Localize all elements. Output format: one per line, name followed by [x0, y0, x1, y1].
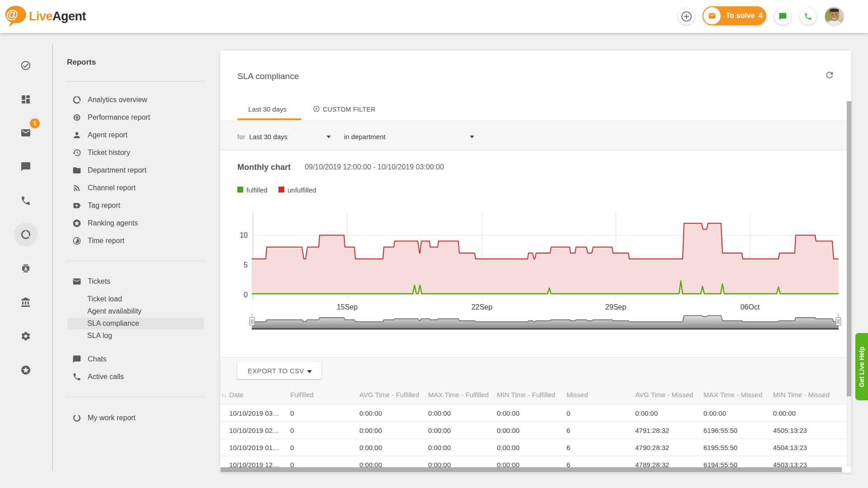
svg-text:4791:28:32: 4791:28:32	[635, 427, 669, 434]
svg-text:Date: Date	[229, 391, 244, 399]
svg-text:6195:55:50: 6195:55:50	[703, 444, 737, 451]
svg-text:0:00:00: 0:00:00	[359, 444, 382, 451]
svg-text:6: 6	[566, 427, 570, 434]
svg-text:5: 5	[244, 261, 248, 269]
svg-text:0:00:00: 0:00:00	[359, 427, 382, 434]
svg-text:0:00:00: 0:00:00	[497, 444, 519, 451]
svg-text:0: 0	[244, 291, 248, 299]
svg-text:4790:28:32: 4790:28:32	[635, 444, 669, 451]
svg-text:06Oct: 06Oct	[741, 303, 760, 311]
svg-text:0:00:00: 0:00:00	[428, 444, 451, 451]
svg-text:AVG Time - Missed: AVG Time - Missed	[635, 391, 693, 399]
svg-text:6196:55:50: 6196:55:50	[703, 427, 737, 434]
svg-text:10/10/2019 03…: 10/10/2019 03…	[229, 409, 279, 417]
svg-text:Missed: Missed	[566, 391, 588, 399]
svg-text:MAX Time - Missed: MAX Time - Missed	[703, 391, 762, 399]
svg-text:0:00:00: 0:00:00	[773, 409, 796, 417]
svg-text:10: 10	[240, 231, 248, 239]
svg-text:4504:13:23: 4504:13:23	[773, 444, 807, 451]
svg-text:10/10/2019 01…: 10/10/2019 01…	[229, 444, 279, 451]
svg-text:6: 6	[566, 444, 570, 451]
svg-text:MAX Time - Fulfilled: MAX Time - Fulfilled	[428, 391, 489, 399]
svg-text:4505:13:23: 4505:13:23	[773, 427, 807, 434]
svg-text:MIN Time - Fulfilled: MIN Time - Fulfilled	[497, 391, 555, 399]
svg-text:0:00:00: 0:00:00	[497, 427, 519, 434]
svg-text:Fulfilled: Fulfilled	[290, 391, 314, 399]
svg-text:0:00:00: 0:00:00	[703, 409, 726, 417]
svg-text:0:00:00: 0:00:00	[497, 409, 519, 417]
svg-text:0:00:00: 0:00:00	[635, 409, 658, 417]
svg-text:MIN Time - Missed: MIN Time - Missed	[773, 391, 830, 399]
svg-text:22Sep: 22Sep	[472, 303, 492, 311]
svg-text:0: 0	[290, 409, 294, 417]
svg-text:29Sep: 29Sep	[605, 303, 626, 311]
svg-text:15Sep: 15Sep	[337, 303, 358, 311]
svg-text:0:00:00: 0:00:00	[428, 427, 451, 434]
svg-text:0: 0	[290, 444, 294, 451]
svg-text:0:00:00: 0:00:00	[428, 409, 451, 417]
svg-text:0: 0	[566, 409, 570, 417]
svg-text:10/10/2019 02…: 10/10/2019 02…	[229, 427, 279, 434]
svg-text:↑↓: ↑↓	[221, 392, 227, 399]
svg-text:@: @	[6, 8, 18, 21]
svg-text:AVG Time - Fulfilled: AVG Time - Fulfilled	[359, 391, 419, 399]
svg-text:0:00:00: 0:00:00	[359, 409, 382, 417]
svg-text:0: 0	[290, 427, 294, 434]
